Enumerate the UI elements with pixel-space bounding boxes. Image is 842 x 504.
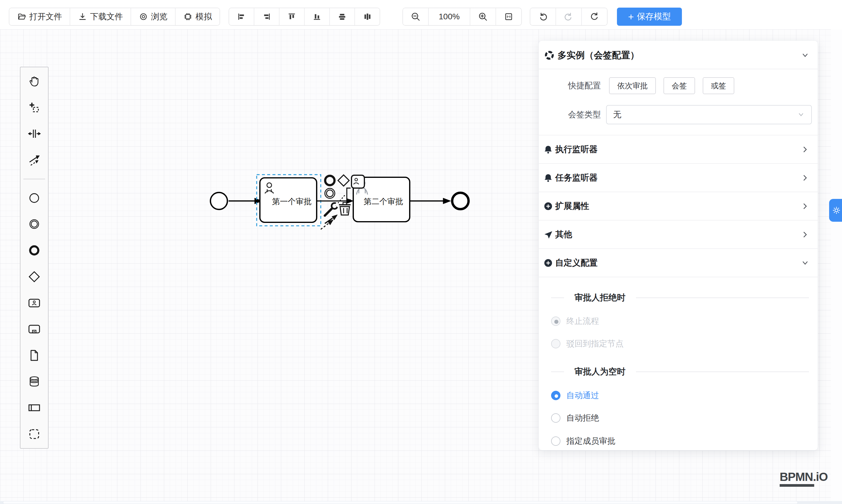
- sign-type-select[interactable]: 无: [606, 105, 812, 124]
- user-task-1-shape[interactable]: 第一个审批: [260, 178, 317, 222]
- radio-icon: [551, 339, 560, 348]
- create-group-icon[interactable]: [27, 427, 42, 442]
- radio-icon: [551, 436, 560, 446]
- radio-icon: [551, 391, 560, 400]
- end-event-shape[interactable]: [452, 193, 469, 209]
- radio-auto-reject[interactable]: 自动拒绝: [539, 409, 818, 427]
- panel-title: 多实例（会签配置）: [558, 49, 639, 61]
- space-tool-icon[interactable]: [27, 126, 42, 141]
- align-middle-icon[interactable]: [329, 8, 354, 25]
- bell-icon: [543, 145, 553, 154]
- chevron-right-icon: [801, 145, 809, 154]
- section-custom-config[interactable]: 自定义配置: [539, 248, 818, 277]
- create-data-object-icon[interactable]: [27, 348, 42, 363]
- undo-button[interactable]: [530, 8, 556, 25]
- refresh-icon: [590, 12, 599, 22]
- radio-icon: [551, 413, 560, 423]
- sequence-flow-3[interactable]: [410, 198, 451, 204]
- bpmn-designer-app: 第一个审批: [0, 0, 842, 504]
- palette: [20, 67, 49, 449]
- create-user-task-icon[interactable]: [27, 295, 42, 310]
- download-file-button[interactable]: 下载文件: [70, 8, 130, 25]
- delete-trash-icon[interactable]: [339, 202, 351, 215]
- plus-circle-icon: [543, 258, 553, 268]
- save-model-button[interactable]: + 保存模型: [617, 7, 682, 26]
- append-intermediate-event-icon[interactable]: [325, 188, 335, 198]
- browse-button[interactable]: 浏览: [130, 8, 175, 25]
- hand-tool-icon[interactable]: [27, 74, 42, 89]
- align-top-icon[interactable]: [279, 8, 304, 25]
- download-file-label: 下载文件: [90, 11, 123, 22]
- sequence-flow-1[interactable]: [229, 198, 262, 204]
- create-intermediate-event-icon[interactable]: [27, 216, 42, 232]
- radio-designated-member[interactable]: 指定成员审批: [539, 432, 818, 450]
- sign-type-row: 会签类型 无: [539, 104, 818, 125]
- file-tool-group: 打开文件 下载文件 浏览 模拟: [9, 7, 220, 26]
- zoom-tool-group: 100%: [402, 7, 522, 26]
- chevron-down-icon: [801, 258, 809, 267]
- eye-icon: [139, 12, 148, 21]
- quick-config-row: 快捷配置 依次审批 会签 或签: [539, 76, 818, 95]
- sign-type-value: 无: [613, 109, 621, 120]
- chip-icon: [183, 12, 193, 21]
- empty-group-title: 审批人为空时: [575, 366, 626, 378]
- global-connect-tool-icon[interactable]: [27, 152, 42, 168]
- start-event-shape[interactable]: [210, 193, 227, 210]
- quick-option-orsign[interactable]: 或签: [703, 77, 734, 94]
- redo-icon: [564, 12, 574, 22]
- horizontal-scroll-thumb[interactable]: [3, 501, 798, 504]
- divider: [539, 277, 818, 277]
- radio-auto-pass[interactable]: 自动通过: [539, 387, 818, 404]
- quick-option-countersign[interactable]: 会签: [664, 77, 695, 94]
- create-end-event-icon[interactable]: [27, 243, 42, 258]
- zoom-out-button[interactable]: [403, 8, 428, 25]
- connect-icon[interactable]: [321, 215, 337, 229]
- open-file-label: 打开文件: [29, 11, 62, 22]
- create-data-store-icon[interactable]: [27, 374, 42, 389]
- radio-terminate-process[interactable]: 终止流程: [539, 312, 818, 330]
- align-bottom-icon[interactable]: [304, 8, 329, 25]
- empty-group-heading: 审批人为空时: [539, 363, 818, 381]
- section-other[interactable]: 其他: [539, 220, 818, 248]
- section-task-listener[interactable]: 任务监听器: [539, 163, 818, 192]
- append-gateway-icon[interactable]: [338, 175, 349, 186]
- section-execution-listener[interactable]: 执行监听器: [539, 135, 818, 163]
- open-file-button[interactable]: 打开文件: [10, 8, 70, 25]
- redo-button[interactable]: [556, 8, 581, 25]
- zoom-in-button[interactable]: [470, 8, 495, 25]
- align-left-icon[interactable]: [229, 8, 254, 25]
- task-label: 第一个审批: [272, 197, 312, 206]
- folder-open-icon: [17, 12, 27, 21]
- append-end-event-icon[interactable]: [325, 176, 334, 185]
- chevron-right-icon: [801, 230, 809, 239]
- fit-viewport-icon: [504, 12, 514, 22]
- align-center-icon[interactable]: [354, 8, 380, 25]
- create-sub-process-icon[interactable]: [27, 322, 42, 337]
- section-extended-properties[interactable]: 扩展属性: [539, 192, 818, 220]
- chevron-right-icon: [801, 202, 809, 211]
- send-icon: [543, 230, 553, 239]
- radio-return-to-node[interactable]: 驳回到指定节点: [539, 335, 818, 353]
- multi-instance-icon: [544, 50, 555, 60]
- task-label: 第二个审批: [364, 197, 403, 206]
- plus-circle-icon: [543, 201, 553, 211]
- create-gateway-icon[interactable]: [27, 269, 42, 284]
- gear-icon: [832, 205, 841, 215]
- panel-header[interactable]: 多实例（会签配置）: [539, 46, 818, 65]
- lasso-tool-icon[interactable]: [27, 100, 42, 115]
- append-user-task-icon[interactable]: [351, 175, 364, 188]
- browse-label: 浏览: [151, 11, 168, 22]
- append-text-annotation-icon[interactable]: [347, 188, 351, 200]
- fit-viewport-button[interactable]: [495, 8, 521, 25]
- create-start-event-icon[interactable]: [27, 191, 42, 205]
- change-type-wrench-icon[interactable]: [325, 202, 340, 216]
- horizontal-scroll-track[interactable]: [0, 501, 842, 504]
- create-participant-icon[interactable]: [27, 400, 42, 415]
- properties-panel: 多实例（会签配置） 快捷配置 依次审批 会签 或签 会签类型 无 执行监听器: [539, 40, 818, 450]
- reset-button[interactable]: [581, 8, 607, 25]
- settings-tab[interactable]: [829, 199, 842, 222]
- download-icon: [78, 12, 87, 21]
- align-right-icon[interactable]: [254, 8, 279, 25]
- simulate-button[interactable]: 模拟: [175, 8, 220, 25]
- quick-option-sequential[interactable]: 依次审批: [609, 77, 656, 94]
